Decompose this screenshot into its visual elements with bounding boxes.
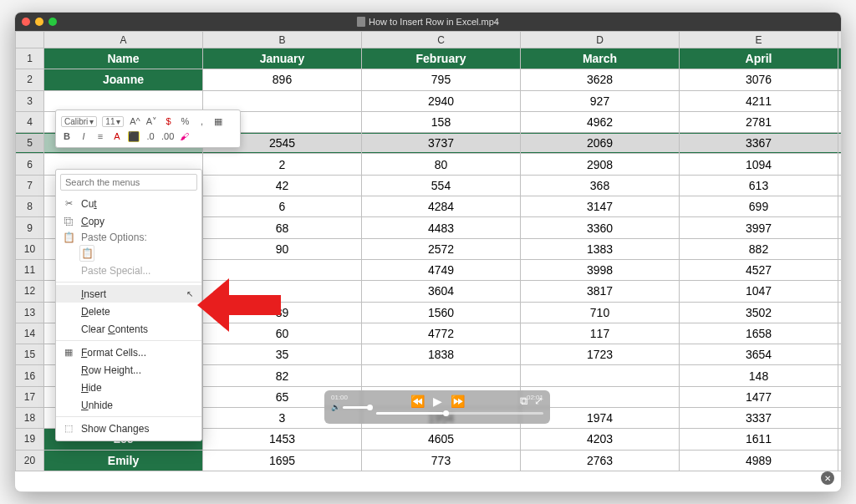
borders-icon[interactable]: ▦ — [212, 116, 224, 127]
cell[interactable]: 699 — [680, 196, 838, 217]
cell[interactable]: 368 — [521, 175, 680, 196]
cell[interactable]: 1695 — [203, 450, 362, 471]
cell[interactable]: 2572 — [362, 238, 521, 259]
row[interactable]: 2Joanne896795362830764869 — [16, 69, 842, 90]
header-cell[interactable]: March — [521, 48, 680, 69]
fill-color-icon[interactable]: ⬛ — [128, 131, 140, 142]
name-cell[interactable]: Emily — [44, 450, 203, 471]
cell[interactable]: 882 — [680, 238, 838, 259]
cell[interactable]: 3076 — [680, 69, 838, 90]
cell[interactable]: 4211 — [680, 90, 838, 111]
cell[interactable]: 2781 — [680, 111, 838, 132]
column-header[interactable]: E — [680, 32, 838, 48]
cell[interactable]: 117 — [521, 323, 680, 344]
menu-item-unhide[interactable]: Unhide — [56, 396, 201, 414]
cell[interactable]: 930 — [838, 196, 842, 217]
row-header[interactable]: 1 — [16, 48, 44, 69]
column-header[interactable]: F — [838, 32, 842, 48]
cell[interactable]: 2532 — [838, 133, 842, 154]
row[interactable]: 3294092742111551 — [16, 90, 842, 111]
name-cell[interactable]: Joanne — [44, 69, 203, 90]
decimal-increase-icon[interactable]: .00 — [161, 131, 173, 141]
cell[interactable]: 1647 — [838, 154, 842, 175]
row-header[interactable]: 19 — [16, 429, 44, 450]
row-header[interactable]: 14 — [16, 323, 44, 344]
progress-bar[interactable] — [376, 412, 543, 415]
cell[interactable]: 613 — [680, 175, 838, 196]
row-header[interactable]: 8 — [16, 196, 44, 217]
font-selector[interactable]: Calibri▾ — [61, 116, 97, 127]
header-cell[interactable]: Name — [44, 48, 203, 69]
format-painter-icon[interactable]: 🖌 — [178, 131, 190, 141]
cell[interactable]: 82 — [203, 365, 362, 386]
italic-icon[interactable]: I — [78, 131, 89, 141]
cell[interactable]: 1477 — [680, 386, 838, 407]
cell[interactable]: 1094 — [680, 154, 838, 175]
cell[interactable]: 3736 — [838, 365, 842, 386]
menu-item-format-cells[interactable]: ▦ Format Cells... — [56, 344, 201, 361]
row-header[interactable]: 13 — [16, 302, 44, 323]
bold-icon[interactable]: B — [61, 131, 73, 141]
cell[interactable]: 525 — [838, 386, 842, 407]
cell[interactable] — [362, 365, 521, 386]
menu-item-hide[interactable]: Hide — [56, 379, 201, 396]
row-header[interactable]: 4 — [16, 111, 44, 132]
cell[interactable]: 1838 — [362, 344, 521, 365]
cell[interactable]: 2072 — [838, 302, 842, 323]
cell[interactable]: 1453 — [203, 429, 362, 450]
cell[interactable]: 710 — [521, 302, 680, 323]
cell[interactable]: 3817 — [521, 281, 680, 302]
cell[interactable] — [203, 259, 362, 280]
cell[interactable]: 2234 — [838, 175, 842, 196]
decimal-decrease-icon[interactable]: .0 — [145, 131, 156, 141]
decrease-font-icon[interactable]: A˅ — [145, 116, 157, 127]
row[interactable]: 20Emily169577327634989521 — [16, 450, 842, 471]
row-header[interactable]: 9 — [16, 217, 44, 238]
menu-search[interactable] — [56, 170, 201, 195]
cell[interactable]: 2 — [203, 154, 362, 175]
menu-item-copy[interactable]: ⿻ Copy — [56, 212, 201, 230]
cell[interactable] — [521, 365, 680, 386]
cell[interactable]: 4483 — [362, 217, 521, 238]
cell[interactable]: 42 — [203, 175, 362, 196]
row[interactable]: 1NameJanuaryFebruaryMarchAprilMay — [16, 48, 842, 69]
row-header[interactable]: 11 — [16, 259, 44, 280]
align-icon[interactable]: ≡ — [94, 131, 106, 141]
cell[interactable]: 2364 — [838, 281, 842, 302]
percent-icon[interactable]: % — [179, 116, 191, 126]
cell[interactable]: 1691 — [838, 111, 842, 132]
volume-control[interactable]: 🔊 — [331, 403, 371, 411]
cell[interactable]: 80 — [362, 154, 521, 175]
cell[interactable]: 1658 — [680, 323, 838, 344]
cell[interactable]: 2908 — [521, 154, 680, 175]
row-header[interactable]: 17 — [16, 386, 44, 407]
cell[interactable]: 1383 — [521, 238, 680, 259]
row-header[interactable]: 6 — [16, 154, 44, 175]
cell[interactable]: 2763 — [521, 450, 680, 471]
row-header[interactable]: 10 — [16, 238, 44, 259]
cell[interactable]: 158 — [362, 111, 521, 132]
cell[interactable]: 6 — [203, 196, 362, 217]
cell[interactable]: 2940 — [362, 90, 521, 111]
cell[interactable]: 3502 — [680, 302, 838, 323]
cell[interactable]: 1598 — [838, 259, 842, 280]
header-cell[interactable]: April — [680, 48, 838, 69]
cell[interactable]: 3337 — [680, 408, 838, 429]
column-header[interactable]: C — [362, 32, 521, 48]
cell[interactable]: 148 — [680, 365, 838, 386]
cell[interactable]: 1611 — [680, 429, 838, 450]
row-header[interactable]: 18 — [16, 408, 44, 429]
cell[interactable]: 3654 — [680, 344, 838, 365]
cell[interactable]: 68 — [203, 217, 362, 238]
increase-font-icon[interactable]: A^ — [129, 116, 140, 126]
header-cell[interactable]: January — [203, 48, 362, 69]
font-color-icon[interactable]: A — [111, 131, 123, 141]
cell[interactable]: 4962 — [521, 111, 680, 132]
cell[interactable]: 2969 — [838, 323, 842, 344]
cell[interactable]: 4869 — [838, 69, 842, 90]
cell[interactable]: 3367 — [680, 133, 838, 154]
cell[interactable]: 4984 — [838, 429, 842, 450]
cell[interactable]: 4527 — [680, 259, 838, 280]
cell[interactable]: 4203 — [521, 429, 680, 450]
menu-search-input[interactable] — [60, 174, 197, 191]
